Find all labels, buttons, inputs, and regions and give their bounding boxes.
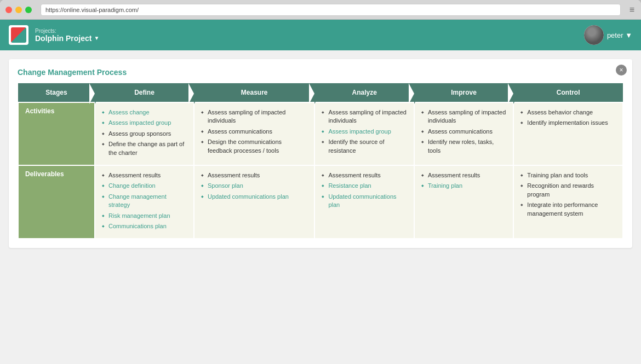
list-item[interactable]: Change definition [102, 182, 187, 190]
row-activities: ActivitiesAssess changeAssess impacted g… [18, 102, 623, 165]
list-item: Identify the source of resistance [322, 138, 407, 155]
measure-header: Measure [194, 83, 314, 102]
list-item: Design the communications feedback proce… [201, 138, 307, 155]
cell-deliverables-4: Training plan and toolsRecognition and r… [513, 165, 623, 239]
analyze-header: Analyze [314, 83, 414, 102]
list-item: Assess behavior change [520, 108, 616, 117]
list-item: Recognition and rewards program [520, 182, 616, 199]
list-deliverables-0: Assessment resultsChange definitionChang… [102, 171, 187, 230]
logo-graphic [11, 27, 26, 43]
dmaic-table: Stages Define Measure [18, 83, 623, 239]
list-item: Assessment results [421, 171, 506, 180]
cell-deliverables-3: Assessment resultsTraining plan [414, 165, 513, 239]
browser-window: https://online.visual-paradigm.com/ ≡ Pr… [0, 0, 641, 364]
list-item: Integrate into performance management sy… [520, 201, 616, 218]
list-item: Assess sampling of impacted individuals [201, 108, 307, 125]
cell-activities-4: Assess behavior changeIdentify implement… [513, 102, 623, 165]
cell-activities-1: Assess sampling of impacted individualsA… [194, 102, 314, 165]
row-deliverables: DeliverablesAssessment resultsChange def… [18, 165, 623, 239]
list-item[interactable]: Updated communications plan [201, 193, 307, 201]
list-item: Define the change as part of the charter [102, 140, 187, 157]
cell-activities-3: Assess sampling of impacted individualsA… [414, 102, 513, 165]
list-deliverables-1: Assessment resultsSponsor planUpdated co… [201, 171, 307, 201]
header-row: Stages Define Measure [18, 83, 623, 102]
diagram-card: × Change Management Process Stages Defin… [9, 59, 632, 248]
project-name[interactable]: Dolphin Project ▼ [35, 34, 99, 43]
minimize-dot[interactable] [15, 7, 22, 13]
list-item: Assess group sponsors [102, 130, 187, 138]
stages-header: Stages [18, 83, 95, 102]
list-activities-1: Assess sampling of impacted individualsA… [201, 108, 307, 155]
list-activities-0: Assess changeAssess impacted groupAssess… [102, 108, 187, 157]
list-item: Assess communications [421, 128, 506, 136]
activities-label: Activities [18, 102, 95, 165]
table-body: ActivitiesAssess changeAssess impacted g… [18, 102, 623, 239]
list-item: Assessment results [201, 171, 307, 180]
list-item: Identify implementation issues [520, 119, 616, 127]
avatar-image [584, 25, 604, 45]
list-activities-3: Assess sampling of impacted individualsA… [421, 108, 506, 155]
list-item[interactable]: Change management strategy [102, 193, 187, 210]
project-info: Projects: Dolphin Project ▼ [35, 28, 99, 43]
cell-activities-2: Assess sampling of impacted individualsA… [314, 102, 414, 165]
list-activities-4: Assess behavior changeIdentify implement… [520, 108, 616, 128]
list-item: Assess communications [201, 128, 307, 136]
list-item[interactable]: Sponsor plan [201, 182, 307, 190]
user-name[interactable]: peter ▼ [607, 31, 632, 39]
address-bar[interactable]: https://online.visual-paradigm.com/ [41, 4, 621, 16]
list-item: Assessment results [322, 171, 407, 180]
cell-deliverables-1: Assessment resultsSponsor planUpdated co… [194, 165, 314, 239]
list-deliverables-4: Training plan and toolsRecognition and r… [520, 171, 616, 218]
maximize-dot[interactable] [25, 7, 32, 13]
main-content: × Change Management Process Stages Defin… [0, 50, 641, 364]
close-button[interactable]: × [616, 65, 627, 76]
app-logo [9, 25, 28, 45]
browser-titlebar: https://online.visual-paradigm.com/ ≡ [0, 0, 641, 20]
list-deliverables-2: Assessment resultsResistance planUpdated… [322, 171, 407, 210]
list-item[interactable]: Assess impacted group [102, 119, 187, 127]
projects-label: Projects: [35, 28, 99, 34]
list-activities-2: Assess sampling of impacted individualsA… [322, 108, 407, 155]
control-header: Control [513, 83, 623, 102]
browser-menu-icon[interactable]: ≡ [629, 5, 636, 15]
list-item[interactable]: Communications plan [102, 222, 187, 230]
cell-deliverables-2: Assessment resultsResistance planUpdated… [314, 165, 414, 239]
deliverables-label: Deliverables [18, 165, 95, 239]
url-text: https://online.visual-paradigm.com/ [45, 7, 139, 13]
list-item[interactable]: Updated communications plan [322, 193, 407, 210]
card-title: Change Management Process [18, 68, 623, 77]
project-dropdown-icon: ▼ [94, 35, 99, 41]
close-dot[interactable] [5, 7, 12, 13]
list-item: Identify new roles, tasks, tools [421, 138, 506, 155]
list-deliverables-3: Assessment resultsTraining plan [421, 171, 506, 190]
list-item[interactable]: Assess impacted group [322, 128, 407, 136]
list-item[interactable]: Risk management plan [102, 212, 187, 220]
improve-header: Improve [414, 83, 513, 102]
list-item[interactable]: Resistance plan [322, 182, 407, 190]
cell-activities-0: Assess changeAssess impacted groupAssess… [95, 102, 194, 165]
define-header: Define [95, 83, 194, 102]
list-item: Assessment results [102, 171, 187, 180]
list-item[interactable]: Training plan [421, 182, 506, 190]
cell-deliverables-0: Assessment resultsChange definitionChang… [95, 165, 194, 239]
avatar [584, 25, 604, 45]
app-header: Projects: Dolphin Project ▼ peter ▼ [0, 20, 641, 50]
list-item: Assess sampling of impacted individuals [421, 108, 506, 125]
list-item: Assess sampling of impacted individuals [322, 108, 407, 125]
list-item: Training plan and tools [520, 171, 616, 180]
list-item[interactable]: Assess change [102, 108, 187, 117]
